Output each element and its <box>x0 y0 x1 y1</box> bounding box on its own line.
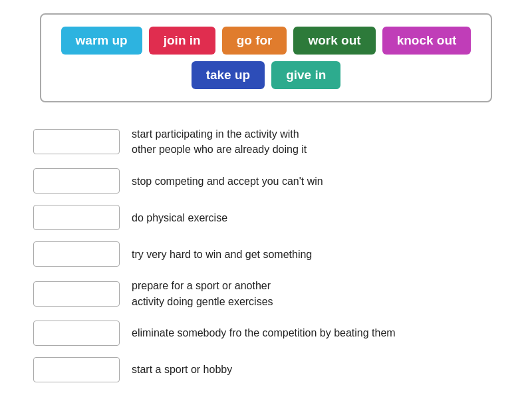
answer-box-def-4[interactable] <box>33 241 120 267</box>
match-row: start participating in the activity with… <box>33 121 512 163</box>
answer-box-def-6[interactable] <box>33 321 120 346</box>
chip-warm-up[interactable]: warm up <box>61 27 142 55</box>
chip-go-for[interactable]: go for <box>222 27 287 55</box>
word-bank: warm upjoin ingo forwork outknock outtak… <box>40 13 492 102</box>
definition-text: do physical exercise <box>132 210 227 225</box>
answer-box-def-3[interactable] <box>33 205 120 230</box>
answer-box-def-1[interactable] <box>33 129 120 154</box>
chip-knock-out[interactable]: knock out <box>382 27 471 55</box>
answer-box-def-5[interactable] <box>33 281 120 307</box>
definition-text: eliminate somebody fro the competition b… <box>132 325 396 340</box>
chip-join-in[interactable]: join in <box>149 27 215 55</box>
chip-take-up[interactable]: take up <box>192 61 265 89</box>
match-row: start a sport or hobby <box>33 352 512 388</box>
definition-text: start participating in the activity with… <box>132 126 307 157</box>
definition-text: try very hard to win and get something <box>132 247 312 262</box>
match-row: try very hard to win and get something <box>33 236 512 273</box>
match-row: eliminate somebody fro the competition b… <box>33 315 512 352</box>
chip-work-out[interactable]: work out <box>293 27 375 55</box>
match-list: start participating in the activity with… <box>20 121 512 388</box>
match-row: stop competing and accept you can't win <box>33 163 512 200</box>
answer-box-def-7[interactable] <box>33 357 120 382</box>
chip-give-in[interactable]: give in <box>271 61 340 89</box>
definition-text: stop competing and accept you can't win <box>132 174 323 189</box>
definition-text: start a sport or hobby <box>132 362 232 377</box>
match-row: do physical exercise <box>33 200 512 236</box>
answer-box-def-2[interactable] <box>33 168 120 194</box>
definition-text: prepare for a sport or another activity … <box>132 278 273 309</box>
match-row: prepare for a sport or another activity … <box>33 273 512 315</box>
